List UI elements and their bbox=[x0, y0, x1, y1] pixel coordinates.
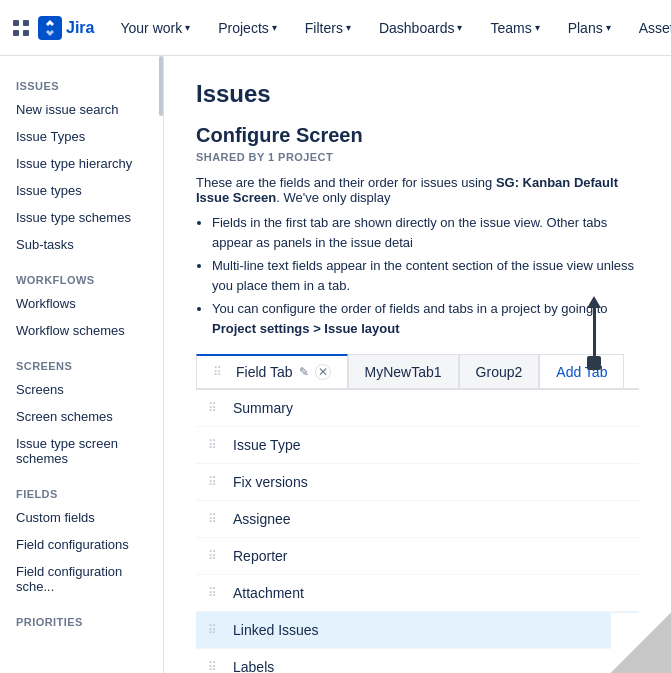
sidebar-item-field-configurations[interactable]: Field configurations bbox=[0, 531, 163, 558]
grid-menu-icon[interactable] bbox=[12, 14, 30, 42]
nav-projects-label: Projects bbox=[218, 20, 269, 36]
paper-corner bbox=[611, 613, 671, 673]
field-assignee: Assignee bbox=[233, 511, 291, 527]
sidebar-section-screens: Screens bbox=[0, 344, 163, 376]
sidebar-item-issue-types-header[interactable]: Issue Types bbox=[0, 123, 163, 150]
drag-handle-icon[interactable]: ⠿ bbox=[208, 438, 217, 452]
nav-dashboards[interactable]: Dashboards ▾ bbox=[369, 14, 473, 42]
nav-filters[interactable]: Filters ▾ bbox=[295, 14, 361, 42]
info-list: Fields in the first tab are shown direct… bbox=[212, 213, 639, 338]
sidebar-scrollbar[interactable] bbox=[159, 56, 163, 116]
drag-handle-icon[interactable]: ⠿ bbox=[208, 660, 217, 673]
nav-filters-label: Filters bbox=[305, 20, 343, 36]
shared-by-label: SHARED BY 1 PROJECT bbox=[196, 151, 639, 163]
main-content: Issues Configure Screen SHARED BY 1 PROJ… bbox=[164, 56, 671, 673]
tab-group2-label: Group2 bbox=[476, 364, 523, 380]
svg-rect-1 bbox=[23, 20, 29, 26]
sidebar-item-sub-tasks[interactable]: Sub-tasks bbox=[0, 231, 163, 258]
field-issue-type: Issue Type bbox=[233, 437, 300, 453]
nav-dashboards-label: Dashboards bbox=[379, 20, 455, 36]
field-reporter: Reporter bbox=[233, 548, 287, 564]
chevron-down-icon: ▾ bbox=[535, 22, 540, 33]
tab-group2[interactable]: Group2 bbox=[459, 354, 540, 388]
drag-handle-icon[interactable]: ⠿ bbox=[208, 475, 217, 489]
table-row-highlighted: ⠿Linked Issues bbox=[196, 612, 639, 649]
jira-logo-icon bbox=[38, 16, 62, 40]
arrow-tip-icon bbox=[587, 296, 601, 308]
table-row: ⠿Labels bbox=[196, 649, 639, 674]
configure-screen-title: Configure Screen bbox=[196, 124, 639, 147]
field-summary: Summary bbox=[233, 400, 293, 416]
nav-your-work[interactable]: Your work ▾ bbox=[110, 14, 200, 42]
tab-field-tab-label: Field Tab bbox=[236, 364, 293, 380]
close-icon[interactable]: ✕ bbox=[315, 364, 331, 380]
drag-handle-icon[interactable]: ⠿ bbox=[208, 401, 217, 415]
main-layout: Issues New issue search Issue Types Issu… bbox=[0, 56, 671, 673]
sidebar-item-workflow-schemes[interactable]: Workflow schemes bbox=[0, 317, 163, 344]
jira-logo[interactable]: Jira bbox=[38, 16, 94, 40]
info-bullet-1: Fields in the first tab are shown direct… bbox=[212, 213, 639, 252]
table-row: ⠿Assignee bbox=[196, 501, 639, 538]
arrow-annotation bbox=[587, 296, 601, 370]
svg-rect-0 bbox=[13, 20, 19, 26]
tabs-section: ⠿ Field Tab ✎ ✕ MyNewTab1 Group2 Add Tab bbox=[196, 354, 639, 390]
page-title: Issues bbox=[196, 80, 639, 108]
nav-teams[interactable]: Teams ▾ bbox=[480, 14, 549, 42]
drag-handle-icon[interactable]: ⠿ bbox=[208, 549, 217, 563]
chevron-down-icon: ▾ bbox=[457, 22, 462, 33]
chevron-down-icon: ▾ bbox=[272, 22, 277, 33]
sidebar-section-priorities: Priorities bbox=[0, 600, 163, 632]
sidebar-section-fields: Fields bbox=[0, 472, 163, 504]
tab-mynewtab1-label: MyNewTab1 bbox=[365, 364, 442, 380]
field-fix-versions: Fix versions bbox=[233, 474, 308, 490]
drag-handle-icon[interactable]: ⠿ bbox=[208, 586, 217, 600]
nav-projects[interactable]: Projects ▾ bbox=[208, 14, 287, 42]
top-navigation: Jira Your work ▾ Projects ▾ Filters ▾ Da… bbox=[0, 0, 671, 56]
svg-rect-3 bbox=[23, 30, 29, 36]
tabs-bar: ⠿ Field Tab ✎ ✕ MyNewTab1 Group2 Add Tab bbox=[196, 354, 639, 390]
chevron-down-icon: ▾ bbox=[606, 22, 611, 33]
sidebar-item-screens[interactable]: Screens bbox=[0, 376, 163, 403]
field-attachment: Attachment bbox=[233, 585, 304, 601]
field-linked-issues: Linked Issues bbox=[233, 622, 319, 638]
tab-mynewtab1[interactable]: MyNewTab1 bbox=[348, 354, 459, 388]
sidebar-item-field-config-schemes[interactable]: Field configuration sche... bbox=[0, 558, 163, 600]
field-labels: Labels bbox=[233, 659, 274, 673]
table-row: ⠿Reporter bbox=[196, 538, 639, 575]
nav-assets-label: Assets bbox=[639, 20, 671, 36]
chevron-down-icon: ▾ bbox=[346, 22, 351, 33]
drag-handle-icon[interactable]: ⠿ bbox=[208, 512, 217, 526]
sidebar-item-custom-fields[interactable]: Custom fields bbox=[0, 504, 163, 531]
table-row: ⠿Issue Type bbox=[196, 427, 639, 464]
sidebar-item-screen-schemes[interactable]: Screen schemes bbox=[0, 403, 163, 430]
jira-logo-text: Jira bbox=[66, 19, 94, 37]
sidebar-item-new-issue-search[interactable]: New issue search bbox=[0, 96, 163, 123]
sidebar-item-issue-type-hierarchy[interactable]: Issue type hierarchy bbox=[0, 150, 163, 177]
nav-teams-label: Teams bbox=[490, 20, 531, 36]
table-row: ⠿Attachment bbox=[196, 575, 639, 612]
info-text: These are the fields and their order for… bbox=[196, 175, 639, 205]
table-row: ⠿Fix versions bbox=[196, 464, 639, 501]
sidebar-item-issue-type-screen-schemes[interactable]: Issue type screen schemes bbox=[0, 430, 163, 472]
sidebar: Issues New issue search Issue Types Issu… bbox=[0, 56, 164, 673]
drag-handle-icon[interactable]: ⠿ bbox=[208, 623, 217, 637]
arrow-shaft bbox=[593, 308, 596, 356]
edit-icon[interactable]: ✎ bbox=[299, 365, 309, 379]
chevron-down-icon: ▾ bbox=[185, 22, 190, 33]
nav-your-work-label: Your work bbox=[120, 20, 182, 36]
sidebar-item-issue-type-schemes[interactable]: Issue type schemes bbox=[0, 204, 163, 231]
sidebar-item-issue-types[interactable]: Issue types bbox=[0, 177, 163, 204]
add-tab-button[interactable]: Add Tab bbox=[539, 354, 624, 388]
table-row: ⠿Summary bbox=[196, 390, 639, 427]
arrow-base bbox=[587, 356, 601, 370]
sidebar-item-workflows[interactable]: Workflows bbox=[0, 290, 163, 317]
nav-plans[interactable]: Plans ▾ bbox=[558, 14, 621, 42]
fields-table: ⠿Summary ⠿Issue Type ⠿Fix versions ⠿Assi… bbox=[196, 390, 639, 673]
sidebar-section-issues: Issues bbox=[0, 64, 163, 96]
nav-assets[interactable]: Assets bbox=[629, 14, 671, 42]
sidebar-section-workflows: Workflows bbox=[0, 258, 163, 290]
tab-field-tab[interactable]: ⠿ Field Tab ✎ ✕ bbox=[196, 354, 348, 388]
info-bullet-3: You can configure the order of fields an… bbox=[212, 299, 639, 338]
drag-handle-icon: ⠿ bbox=[213, 365, 222, 379]
svg-rect-2 bbox=[13, 30, 19, 36]
